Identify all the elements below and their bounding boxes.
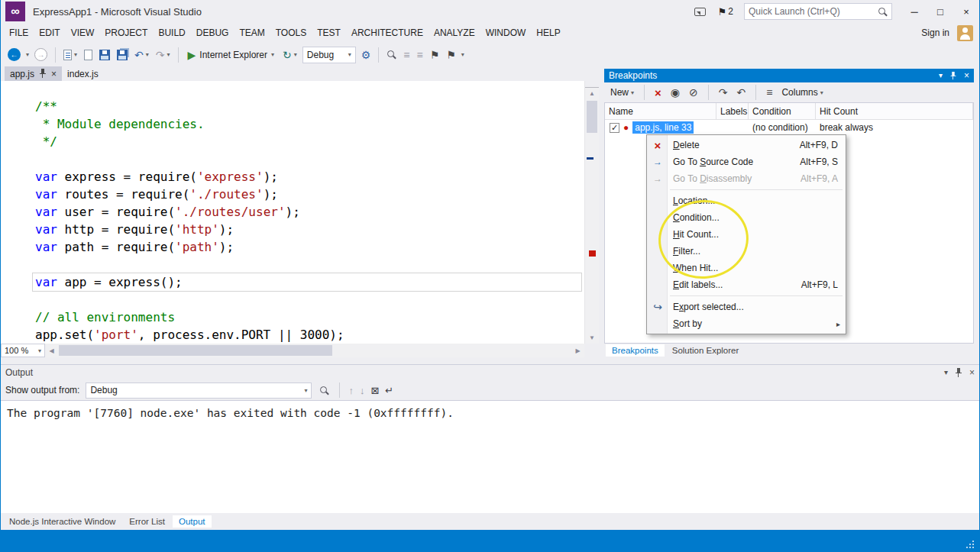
breakpoints-panel-header[interactable]: Breakpoints ▾ × bbox=[604, 69, 974, 82]
context-menu-item-sort-by[interactable]: Sort by▸ bbox=[647, 315, 846, 332]
resize-grip[interactable] bbox=[966, 539, 975, 548]
bottom-tab-node-js-interactive-window[interactable]: Node.js Interactive Window bbox=[3, 515, 121, 528]
output-text[interactable]: The program '[7760] node.exe' has exited… bbox=[1, 400, 979, 513]
horizontal-scrollbar-thumb[interactable] bbox=[59, 345, 332, 356]
save-all-button[interactable] bbox=[115, 46, 129, 64]
uncomment-lines-button[interactable]: ≡ bbox=[416, 46, 425, 64]
column-header-labels[interactable]: Labels bbox=[716, 103, 749, 119]
menu-debug[interactable]: DEBUG bbox=[191, 24, 234, 41]
menu-tools[interactable]: TOOLS bbox=[270, 24, 312, 41]
scroll-up-icon[interactable]: ▲ bbox=[585, 88, 599, 99]
context-menu-item-when-hit[interactable]: When Hit... bbox=[647, 260, 846, 276]
menu-test[interactable]: TEST bbox=[312, 24, 346, 41]
comment-lines-button[interactable]: ≡ bbox=[402, 46, 411, 64]
word-wrap-icon[interactable]: ↵ bbox=[385, 386, 393, 395]
pin-icon[interactable] bbox=[39, 69, 47, 79]
panel-tab-solution-explorer[interactable]: Solution Explorer bbox=[666, 344, 746, 357]
breakpoint-row[interactable]: ✓●app.js, line 33(no condition)break alw… bbox=[605, 120, 973, 135]
column-header-condition[interactable]: Condition bbox=[749, 103, 816, 119]
code-line[interactable]: app.set('port', process.env.PORT || 3000… bbox=[35, 326, 584, 344]
pin-icon[interactable] bbox=[950, 71, 957, 79]
context-menu-item-go-to-source-code[interactable]: →Go To Source CodeAlt+F9, S bbox=[647, 153, 846, 170]
new-breakpoint-button[interactable]: New▾ bbox=[609, 83, 636, 102]
start-debugging-button[interactable]: ▶ Internet Explorer ▾ bbox=[185, 50, 278, 60]
sign-in-link[interactable]: Sign in bbox=[921, 27, 949, 38]
code-line[interactable]: var http = require('http'); bbox=[35, 221, 584, 238]
code-line[interactable]: var routes = require('./routes'); bbox=[35, 186, 584, 203]
menu-project[interactable]: PROJECT bbox=[99, 24, 153, 41]
pin-icon[interactable] bbox=[955, 368, 962, 378]
go-to-source-toolbar-button[interactable]: ≡ bbox=[765, 83, 774, 102]
menu-architecture[interactable]: ARCHITECTURE bbox=[346, 24, 429, 41]
vertical-scrollbar[interactable]: ▲ ▼ bbox=[584, 81, 599, 344]
scroll-down-icon[interactable]: ▼ bbox=[585, 332, 599, 344]
menu-help[interactable]: HELP bbox=[531, 24, 565, 41]
export-breakpoints-button[interactable]: ↷ bbox=[717, 83, 729, 102]
columns-button[interactable]: Columns▾ bbox=[780, 83, 824, 102]
quick-launch-box[interactable] bbox=[744, 3, 892, 20]
navigate-forward-button[interactable]: → bbox=[33, 46, 49, 64]
context-menu-item-filter[interactable]: Filter... bbox=[647, 243, 846, 260]
menu-file[interactable]: FILE bbox=[4, 24, 34, 41]
menu-window[interactable]: WINDOW bbox=[480, 24, 532, 41]
code-line[interactable]: // all environments bbox=[35, 308, 584, 326]
editor-tab-app.js[interactable]: app.js× bbox=[5, 66, 62, 81]
bottom-tab-error-list[interactable]: Error List bbox=[123, 515, 171, 528]
maximize-button[interactable]: □ bbox=[927, 1, 953, 22]
breakpoint-name[interactable]: app.js, line 33 bbox=[632, 121, 694, 134]
search-icon[interactable] bbox=[878, 7, 888, 17]
output-source-combo[interactable]: Debug ▾ bbox=[86, 383, 312, 399]
open-file-button[interactable] bbox=[82, 46, 94, 64]
code-line[interactable]: var path = require('path'); bbox=[35, 238, 584, 256]
toggle-all-breakpoints-button[interactable]: ◉ bbox=[669, 83, 681, 102]
code-line[interactable]: var app = express(); bbox=[33, 273, 581, 291]
delete-breakpoint-button[interactable]: × bbox=[653, 83, 663, 102]
user-avatar-icon[interactable] bbox=[957, 25, 973, 41]
menu-analyze[interactable]: ANALYZE bbox=[429, 24, 480, 41]
new-file-button[interactable]: ▾ bbox=[62, 46, 79, 64]
context-menu-item-export-selected[interactable]: ↪Export selected... bbox=[647, 299, 846, 315]
undo-button[interactable]: ↶▾ bbox=[133, 46, 150, 64]
previous-message-icon[interactable]: ↑ bbox=[348, 386, 354, 395]
redo-button[interactable]: ↷▾ bbox=[154, 46, 172, 64]
disable-all-breakpoints-button[interactable]: ⊘ bbox=[687, 83, 700, 102]
context-menu-item-edit-labels[interactable]: Edit labels...Alt+F9, L bbox=[647, 276, 846, 293]
window-position-icon[interactable]: ▾ bbox=[944, 369, 948, 376]
code-line[interactable]: * Module dependencies. bbox=[35, 115, 584, 133]
splitter-grip[interactable] bbox=[585, 81, 599, 88]
code-line[interactable]: /** bbox=[35, 98, 584, 115]
find-in-files-button[interactable] bbox=[385, 46, 398, 64]
code-area[interactable]: /** * Module dependencies. */ var expres… bbox=[1, 81, 584, 344]
navigate-dropdown-icon[interactable]: ▾ bbox=[26, 51, 29, 58]
code-line[interactable]: var user = require('./routes/user'); bbox=[35, 203, 584, 221]
context-menu-item-delete[interactable]: ×DeleteAlt+F9, D bbox=[647, 137, 846, 153]
code-line[interactable] bbox=[35, 291, 584, 308]
close-panel-icon[interactable]: × bbox=[964, 71, 969, 80]
output-panel-header[interactable]: Output ▾ × bbox=[1, 365, 979, 380]
find-message-button[interactable] bbox=[318, 381, 331, 399]
vertical-scrollbar-thumb[interactable] bbox=[587, 101, 597, 133]
import-breakpoints-button[interactable]: ↶ bbox=[735, 83, 747, 102]
panel-tab-breakpoints[interactable]: Breakpoints bbox=[606, 344, 665, 357]
run-target-dropdown-icon[interactable]: ▾ bbox=[271, 51, 274, 58]
bottom-tab-output[interactable]: Output bbox=[173, 515, 212, 528]
save-button[interactable] bbox=[98, 46, 112, 64]
column-header-name[interactable]: Name bbox=[605, 103, 716, 119]
code-line[interactable]: */ bbox=[35, 133, 584, 150]
context-menu-item-condition[interactable]: Condition... bbox=[647, 209, 846, 226]
code-line[interactable] bbox=[35, 256, 584, 273]
solution-configuration-combo[interactable]: Debug ▾ bbox=[302, 47, 356, 63]
previous-bookmark-button[interactable]: ⚑ bbox=[429, 46, 441, 64]
refresh-button[interactable]: ↻▾ bbox=[281, 46, 299, 64]
editor-tab-index.js[interactable]: index.js bbox=[62, 66, 104, 81]
menu-edit[interactable]: EDIT bbox=[34, 24, 65, 41]
breakpoint-checkbox[interactable]: ✓ bbox=[610, 123, 619, 133]
quick-launch-input[interactable] bbox=[749, 6, 878, 17]
scroll-left-icon[interactable]: ◀ bbox=[45, 344, 58, 357]
context-menu-item-hit-count[interactable]: Hit Count... bbox=[647, 226, 846, 243]
notifications-button[interactable]: ⚑ 2 bbox=[718, 6, 733, 18]
solution-platforms-button[interactable]: ⚙ bbox=[360, 46, 373, 64]
menu-team[interactable]: TEAM bbox=[234, 24, 270, 41]
window-position-icon[interactable]: ▾ bbox=[939, 72, 943, 79]
zoom-level-combo[interactable]: 100 % ▾ bbox=[1, 344, 45, 357]
